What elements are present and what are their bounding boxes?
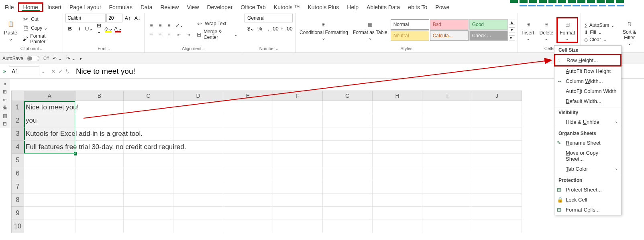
cell-style-normal[interactable]: Normal xyxy=(391,19,429,30)
cell-J6[interactable] xyxy=(472,167,522,180)
cell-J5[interactable] xyxy=(472,154,522,167)
cell-A7[interactable] xyxy=(24,180,75,194)
cell-I1[interactable] xyxy=(422,101,472,114)
cell-D6[interactable] xyxy=(173,167,223,180)
align-left-button[interactable]: ≡ xyxy=(147,30,156,39)
cut-button[interactable]: ✂Cut xyxy=(20,15,60,23)
cell-C9[interactable] xyxy=(124,207,173,220)
menu-item-protect-sheet[interactable]: ⊞Protect Sheet... xyxy=(554,185,621,195)
cell-A1[interactable]: Nice to meet you! xyxy=(24,101,75,114)
tab-ebits-to[interactable]: ebits To xyxy=(404,2,431,12)
wrap-text-button[interactable]: ↩Wrap Text xyxy=(194,20,239,28)
align-top-button[interactable]: ≡ xyxy=(147,21,156,30)
tab-kutools-[interactable]: Kutools ™ xyxy=(270,2,304,12)
cell-A4[interactable]: Full features free trial 30-day, no cred… xyxy=(24,141,75,154)
underline-button[interactable]: U ⌄ xyxy=(85,24,94,33)
cell-D1[interactable] xyxy=(173,101,223,114)
decrease-font-button[interactable]: A↓ xyxy=(133,14,142,22)
fill-button[interactable]: ⬇Fill ⌄ xyxy=(583,29,615,36)
col-header-J[interactable]: J xyxy=(472,91,522,101)
col-header-E[interactable]: E xyxy=(223,91,273,101)
cell-I7[interactable] xyxy=(422,180,472,194)
col-header-F[interactable]: F xyxy=(273,91,323,101)
cell-G8[interactable] xyxy=(323,194,373,207)
side-icon-4[interactable]: 🖶 xyxy=(1,105,9,111)
autosum-button[interactable]: ∑AutoSum ⌄ xyxy=(583,22,615,28)
row-header-1[interactable]: 1 xyxy=(11,101,24,114)
cell-I5[interactable] xyxy=(422,154,472,167)
cell-H7[interactable] xyxy=(373,180,422,194)
cell-F4[interactable] xyxy=(273,141,323,154)
tab-insert[interactable]: Insert xyxy=(43,2,65,12)
insert-function-button[interactable]: fₓ xyxy=(65,68,69,75)
row-header-5[interactable]: 5 xyxy=(11,154,24,167)
gallery-more-button[interactable]: ▾ xyxy=(509,35,515,40)
row-header-6[interactable]: 6 xyxy=(11,167,24,180)
cell-D2[interactable] xyxy=(173,114,223,127)
cell-G2[interactable] xyxy=(323,114,373,127)
menu-item-tab-color[interactable]: Tab Color xyxy=(554,164,621,174)
redo-button[interactable]: ↷ ⌄ xyxy=(66,56,75,61)
tab-data[interactable]: Data xyxy=(137,2,157,12)
cell-I2[interactable] xyxy=(422,114,472,127)
cell-J2[interactable] xyxy=(472,114,522,127)
increase-font-button[interactable]: A↑ xyxy=(123,14,132,22)
orientation-button[interactable]: ⤢⌄ xyxy=(175,21,184,30)
font-name-select[interactable] xyxy=(65,14,106,22)
menu-item-autofit-row-height[interactable]: AutoFit Row Height xyxy=(554,66,621,76)
cell-I10[interactable] xyxy=(422,220,472,233)
conditional-formatting-button[interactable]: ⊞ Conditional Formatting⌄ xyxy=(298,19,350,41)
cell-A6[interactable] xyxy=(24,167,75,180)
worksheet-grid[interactable]: ABCDEFGHIJ 12345678910 Nice to meet you!… xyxy=(11,91,644,240)
cell-I9[interactable] xyxy=(422,207,472,220)
cell-A10[interactable] xyxy=(24,220,75,233)
cell-B8[interactable] xyxy=(75,194,124,207)
cell-style-neutral[interactable]: Neutral xyxy=(391,30,429,41)
menu-item-row-height[interactable]: ↕Row Height... xyxy=(554,54,622,67)
col-header-C[interactable]: C xyxy=(124,91,173,101)
collapse-ribbon-arrow[interactable]: » xyxy=(0,68,9,74)
cell-H9[interactable] xyxy=(373,207,422,220)
row-header-3[interactable]: 3 xyxy=(11,127,24,141)
cell-J7[interactable] xyxy=(472,180,522,194)
cell-D3[interactable] xyxy=(173,127,223,141)
paste-button[interactable]: 📋 Paste⌄ xyxy=(2,18,19,42)
tab-formulas[interactable]: Formulas xyxy=(105,2,137,12)
menu-item-autofit-column-width[interactable]: AutoFit Column Width xyxy=(554,86,621,96)
menu-item-column-width[interactable]: ↔Column Width... xyxy=(554,76,621,86)
percent-button[interactable]: % xyxy=(255,24,264,33)
cell-J8[interactable] xyxy=(472,194,522,207)
cell-D8[interactable] xyxy=(173,194,223,207)
cell-G6[interactable] xyxy=(323,167,373,180)
cell-styles-gallery[interactable]: NormalBadGoodNeutralCalcula...Check ... xyxy=(391,19,508,41)
col-header-G[interactable]: G xyxy=(323,91,373,101)
cell-D9[interactable] xyxy=(173,207,223,220)
sort-filter-button[interactable]: ⇅Sort & Filter⌄ xyxy=(617,18,642,46)
cell-F7[interactable] xyxy=(273,180,323,194)
cell-style-calc[interactable]: Calcula... xyxy=(430,30,469,41)
cell-I4[interactable] xyxy=(422,141,472,154)
undo-button[interactable]: ↶ ⌄ xyxy=(53,56,62,61)
tab-office-tab[interactable]: Office Tab xyxy=(236,2,270,12)
row-header-8[interactable]: 8 xyxy=(11,194,24,207)
cell-D5[interactable] xyxy=(173,154,223,167)
row-header-10[interactable]: 10 xyxy=(11,220,24,233)
side-icon-2[interactable]: ⊞ xyxy=(1,89,9,95)
side-icon-5[interactable]: ▤ xyxy=(1,113,9,119)
cell-A3[interactable]: Kutools for Excel add-in is a great tool… xyxy=(24,127,75,141)
cell-style-check[interactable]: Check ... xyxy=(469,30,508,41)
cell-C5[interactable] xyxy=(124,154,173,167)
tab-view[interactable]: View xyxy=(183,2,203,12)
customize-qat-button[interactable]: ▾ xyxy=(79,56,82,61)
menu-item-hide-unhide[interactable]: Hide & Unhide xyxy=(554,117,621,127)
cell-H10[interactable] xyxy=(373,220,422,233)
col-header-B[interactable]: B xyxy=(75,91,124,101)
cell-A9[interactable] xyxy=(24,207,75,220)
row-header-7[interactable]: 7 xyxy=(11,180,24,194)
italic-button[interactable]: I xyxy=(75,24,84,33)
group-label-font[interactable]: Font xyxy=(98,46,110,52)
tab-developer[interactable]: Developer xyxy=(203,2,237,12)
cell-B1[interactable] xyxy=(75,101,124,114)
align-right-button[interactable]: ≡ xyxy=(165,30,173,39)
cell-C2[interactable] xyxy=(124,114,173,127)
